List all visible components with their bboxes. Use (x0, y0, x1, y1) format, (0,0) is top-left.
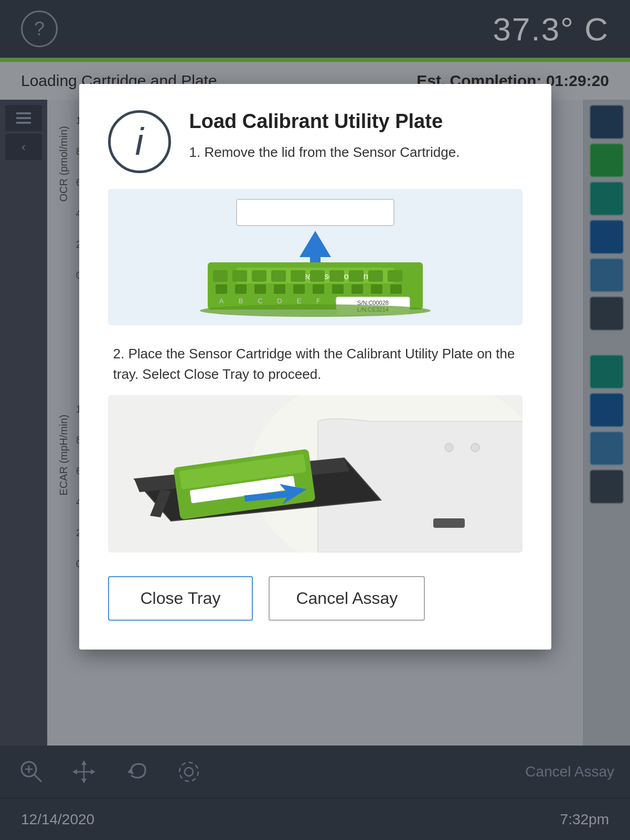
svg-point-63 (445, 443, 453, 452)
svg-rect-27 (291, 270, 305, 282)
modal-buttons: Close Tray Cancel Assay (108, 576, 522, 621)
svg-point-54 (200, 304, 431, 317)
svg-rect-31 (368, 270, 383, 282)
svg-rect-26 (271, 270, 286, 282)
instruction-image-2 (108, 395, 522, 552)
close-tray-button[interactable]: Close Tray (108, 576, 253, 621)
tray-diagram-svg (108, 395, 522, 552)
svg-rect-37 (293, 284, 305, 294)
svg-rect-58 (433, 518, 465, 528)
modal-step1-text: 1. Remove the lid from the Sensor Cartri… (189, 142, 522, 163)
info-icon-letter: i (135, 123, 144, 161)
svg-text:B: B (238, 297, 243, 305)
svg-rect-34 (235, 284, 247, 294)
svg-text:D: D (277, 297, 282, 305)
svg-text:C: C (258, 297, 262, 305)
info-icon: i (108, 110, 171, 173)
svg-rect-42 (390, 284, 402, 294)
svg-rect-17 (237, 199, 394, 226)
modal-title-area: Load Calibrant Utility Plate 1. Remove t… (189, 110, 522, 163)
modal-step2-text: 2. Place the Sensor Cartridge with the C… (108, 344, 522, 385)
svg-text:F: F (316, 297, 321, 305)
svg-rect-23 (213, 270, 228, 282)
svg-text:E: E (296, 297, 301, 305)
svg-rect-25 (252, 270, 266, 282)
svg-rect-36 (274, 284, 285, 294)
modal-header: i Load Calibrant Utility Plate 1. Remove… (108, 110, 522, 173)
svg-rect-30 (349, 270, 364, 282)
cartridge-diagram-svg: Seahorse bioscience (132, 194, 499, 320)
modal-dialog: i Load Calibrant Utility Plate 1. Remove… (79, 84, 551, 650)
modal-overlay: i Load Calibrant Utility Plate 1. Remove… (0, 0, 630, 840)
cancel-assay-modal-button[interactable]: Cancel Assay (269, 576, 425, 621)
svg-rect-29 (329, 270, 344, 282)
svg-rect-24 (232, 270, 247, 282)
svg-rect-39 (332, 284, 344, 294)
svg-point-64 (471, 443, 479, 452)
svg-rect-28 (310, 270, 325, 282)
svg-rect-35 (254, 284, 266, 294)
svg-text:A: A (219, 297, 223, 305)
svg-rect-40 (351, 284, 363, 294)
svg-rect-38 (313, 284, 324, 294)
app-root: { "topBar": { "temperature": "37.3° C" }… (0, 0, 630, 840)
svg-rect-32 (388, 270, 402, 282)
svg-rect-41 (371, 284, 382, 294)
modal-title: Load Calibrant Utility Plate (189, 110, 522, 133)
instruction-image-1: Seahorse bioscience (108, 189, 522, 325)
svg-rect-33 (216, 284, 227, 294)
